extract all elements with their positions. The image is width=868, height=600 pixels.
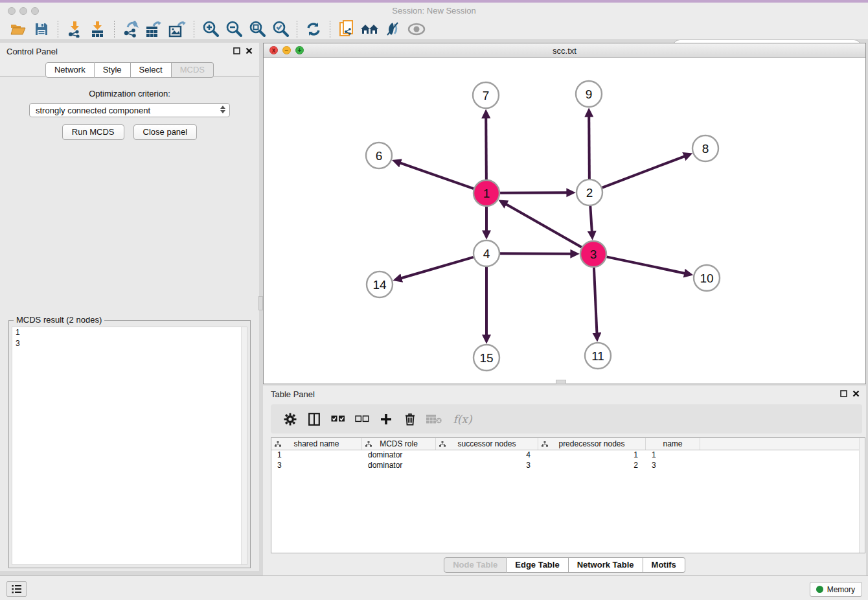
network-graph: 7968124314101511 xyxy=(264,58,865,384)
edge-1-7[interactable] xyxy=(486,117,486,179)
tab-mcds[interactable]: MCDS xyxy=(172,62,214,78)
optimization-criterion-label: Optimization criterion: xyxy=(0,89,259,98)
table-cell[interactable]: 1 xyxy=(538,450,646,461)
close-panel-button[interactable]: Close panel xyxy=(133,124,198,140)
toolbar-separator xyxy=(58,21,58,38)
float-panel-icon[interactable] xyxy=(233,47,240,54)
task-history-button[interactable] xyxy=(6,581,27,597)
float-panel-icon[interactable] xyxy=(840,390,847,397)
table-cell[interactable]: 3 xyxy=(271,461,362,471)
zoom-fit-icon[interactable] xyxy=(247,20,267,38)
tab-network-table[interactable]: Network Table xyxy=(569,557,643,573)
table-row[interactable]: 1dominator411 xyxy=(271,450,865,461)
column-header-name[interactable]: name xyxy=(646,438,700,450)
table-row[interactable]: 3dominator323 xyxy=(271,461,865,471)
control-panel: Control Panel NetworkStyleSelectMCDS Opt… xyxy=(0,43,259,571)
node-label-1: 1 xyxy=(483,187,490,200)
control-panel-tabs: NetworkStyleSelectMCDS xyxy=(0,62,259,78)
toolbar-separator xyxy=(114,21,115,38)
mcds-result-line: 3 xyxy=(12,338,247,349)
table-cell[interactable]: 2 xyxy=(538,461,646,471)
import-table-icon[interactable] xyxy=(88,20,108,38)
titlebar[interactable]: Session: New Session xyxy=(0,3,868,18)
result-scrollbar[interactable] xyxy=(241,327,247,564)
table-cell[interactable]: dominator xyxy=(362,461,436,471)
close-panel-icon[interactable] xyxy=(246,47,253,54)
save-session-icon[interactable] xyxy=(32,20,51,38)
optimization-criterion-select[interactable]: strongly connected component xyxy=(29,103,230,117)
tab-style[interactable]: Style xyxy=(95,62,131,78)
edge-4-3[interactable] xyxy=(500,253,571,254)
export-image-icon[interactable] xyxy=(168,20,187,38)
edge-3-11[interactable] xyxy=(594,268,597,334)
node-table[interactable]: shared nameMCDS rolesuccessor nodesprede… xyxy=(271,437,865,553)
edge-3-10[interactable] xyxy=(607,257,685,273)
table-header-row: shared nameMCDS rolesuccessor nodesprede… xyxy=(271,438,865,450)
column-header-successor-nodes[interactable]: successor nodes xyxy=(436,438,538,450)
edge-2-3[interactable] xyxy=(590,206,592,232)
node-label-3: 3 xyxy=(590,248,597,261)
main-toolbar xyxy=(0,18,868,40)
table-cell[interactable]: 3 xyxy=(646,461,700,471)
network-window-title: scc.txt xyxy=(264,46,865,56)
network-window-titlebar[interactable]: x − + scc.txt xyxy=(264,43,865,58)
tab-edge-table[interactable]: Edge Table xyxy=(507,557,568,573)
edge-2-8[interactable] xyxy=(602,156,685,187)
table-scrollbar[interactable] xyxy=(859,438,865,553)
function-builder-icon: f(x) xyxy=(450,411,475,428)
mcds-result-line: 1 xyxy=(12,327,247,338)
delete-columns-trash-icon[interactable] xyxy=(402,411,418,428)
horizontal-splitter-handle[interactable] xyxy=(556,380,566,384)
refresh-layout-icon[interactable] xyxy=(304,20,323,38)
node-label-14: 14 xyxy=(372,278,387,292)
tab-network[interactable]: Network xyxy=(45,62,95,78)
tab-select[interactable]: Select xyxy=(131,62,172,78)
table-cell[interactable]: dominator xyxy=(362,450,436,461)
tab-node-table[interactable]: Node Table xyxy=(444,557,507,573)
split-panel-icon[interactable] xyxy=(306,411,323,428)
hide-panels-icon[interactable] xyxy=(383,20,403,38)
mcds-result-group: MCDS result (2 nodes) 13 xyxy=(8,320,251,568)
memory-button[interactable]: Memory xyxy=(810,582,862,597)
column-header-predecessor-nodes[interactable]: predecessor nodes xyxy=(538,438,646,450)
select-all-columns-icon[interactable] xyxy=(330,411,347,428)
network-canvas[interactable]: 7968124314101511 xyxy=(264,58,865,384)
tab-motifs[interactable]: Motifs xyxy=(643,557,685,573)
open-session-icon[interactable] xyxy=(8,20,28,38)
vertical-splitter-handle[interactable] xyxy=(258,296,263,310)
node-label-11: 11 xyxy=(591,349,604,363)
mcds-result-textarea[interactable]: 13 xyxy=(12,327,247,565)
toolbar-separator xyxy=(297,21,297,38)
zoom-out-icon[interactable] xyxy=(224,20,244,38)
task-list-icon xyxy=(12,584,22,594)
zoom-in-icon[interactable] xyxy=(201,20,220,38)
show-panels-eye-icon xyxy=(407,20,426,38)
edge-2-9[interactable] xyxy=(589,116,589,179)
table-cell[interactable]: 3 xyxy=(436,461,538,471)
table-settings-gear-icon[interactable] xyxy=(282,411,299,428)
edge-3-1[interactable] xyxy=(506,204,582,248)
export-network-icon[interactable] xyxy=(121,20,141,38)
column-header-MCDS-role[interactable]: MCDS role xyxy=(362,438,436,450)
import-network-icon[interactable] xyxy=(65,20,84,38)
run-mcds-button[interactable]: Run MCDS xyxy=(62,124,124,140)
table-cell[interactable]: 1 xyxy=(271,450,362,461)
add-column-icon[interactable] xyxy=(378,411,394,428)
node-label-10: 10 xyxy=(700,271,713,285)
zoom-selected-icon[interactable] xyxy=(271,20,290,38)
close-panel-icon[interactable] xyxy=(852,390,860,397)
app-store-home-icon[interactable] xyxy=(360,20,380,38)
export-table-icon[interactable] xyxy=(144,20,164,38)
column-header-shared-name[interactable]: shared name xyxy=(271,438,362,450)
node-label-2: 2 xyxy=(586,186,593,200)
table-panel-title: Table Panel xyxy=(271,389,315,399)
edge-4-14[interactable] xyxy=(401,257,474,279)
table-cell[interactable]: 1 xyxy=(646,450,700,461)
deselect-all-columns-icon[interactable] xyxy=(354,411,371,428)
status-bar: Memory xyxy=(0,575,868,600)
edge-1-2[interactable] xyxy=(500,192,567,193)
control-panel-title: Control Panel xyxy=(6,47,58,56)
table-cell[interactable]: 4 xyxy=(436,450,538,461)
new-network-from-selection-icon[interactable] xyxy=(337,20,356,38)
edge-1-6[interactable] xyxy=(400,163,474,189)
